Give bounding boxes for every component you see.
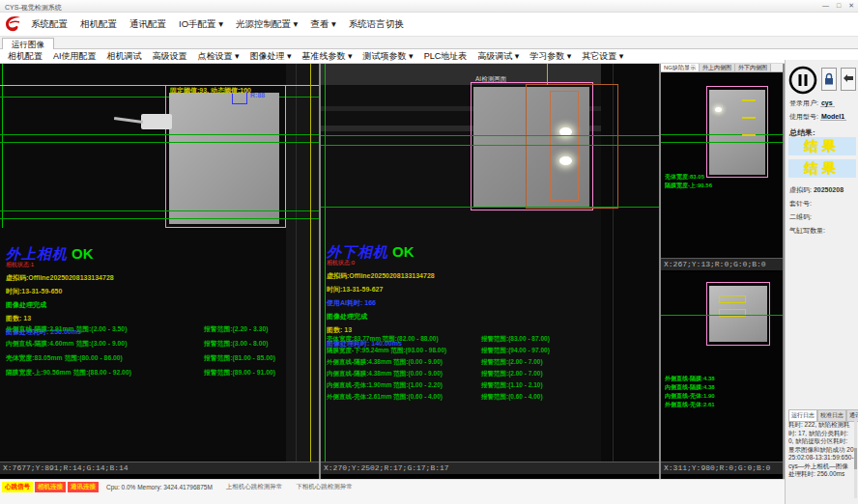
tab-lower-inner-view[interactable]: 外下内侧图 [735,64,771,71]
small-top-viewport[interactable]: 壳体宽度:83.05 隔膜宽度-上:90.56 [661,72,783,258]
left-coordinate-bar: X:7677;Y:891;R:14;G:14;B:14 [0,462,319,474]
measure-main: 外侧直线-壳体:2.61mm 范围:(0.60 - 4.00) [327,393,443,400]
ai-overlay-text: AI检测画面 [475,75,506,84]
measurement-row: 内侧直线-隔膜:4.60mm 范围:(3.00 - 9.00) 报警范围:(3.… [6,339,315,349]
measure-alarm: 报警范围:(83.00 - 87.00) [481,335,550,344]
log-scrollbar-thumb[interactable] [854,448,857,469]
comm-connection-badge: 通讯连接 [68,482,99,492]
control-panel: 登录用户: cys 使用型号: Model1 总结果: 结果 结果 虚拟码: 2… [785,60,858,504]
measure-main: 壳体宽度:83.77mm 范围:(82.00 - 88.00) [327,335,439,342]
measurement-row: 内侧直线-壳体:1.90mm 范围:(1.00 - 2.20) 报警范围:(1.… [327,381,655,390]
green-measure-line [321,135,659,136]
measurement-row: 壳体宽度:83.77mm 范围:(82.00 - 88.00) 报警范围:(83… [327,335,655,344]
lock-button[interactable] [821,68,837,91]
measurement-row: 隔膜宽度-上:90.56mm 范围:(88.00 - 92.00) 报警范围:(… [6,368,315,378]
virtual-code: 虚拟码:Offline20250208133134728 [6,273,114,283]
connector-tab [141,114,172,129]
left-camera-viewport[interactable]: R:88 固定阈值:93, 动态阈值:100 外上相机OK 相机状态:1 虚拟码… [0,64,319,462]
menu-view[interactable]: 查看 ▾ [310,18,335,31]
menu-language-switch[interactable]: 系统语言切换 [349,18,404,31]
tool-camera-debug[interactable]: 相机调试 [107,50,142,63]
measure-alarm: 报警范围:(81.00 - 85.00) [204,353,275,363]
vcode-row: 虚拟码: 20250208 [789,185,844,195]
tool-spot-check[interactable]: 点检设置 ▾ [198,50,240,63]
model-value[interactable]: Model1 [820,113,846,121]
ai-elapsed: 使用AI耗时: 166 [327,298,435,308]
process-done: 图像处理完成 [327,312,435,322]
threshold-overlay-text: 固定阈值:93, 动态阈值:100 [170,86,251,96]
login-user-label: 登录用户: [789,99,818,106]
menu-light-config[interactable]: 光源控制配置 ▾ [236,18,298,31]
yellow-mark [742,134,756,136]
camera-name: 外下相机 [327,243,388,260]
log-scrollbar[interactable] [854,421,857,498]
measure-alarm: 报警范围:(1.10 - 2.10) [481,381,543,390]
back-arrow-icon [843,73,854,85]
mid-result-block: 外下相机OK 相机状态:0 虚拟码:Offline202502081331347… [327,243,435,349]
measure-alarm: 报警范围:(0.60 - 4.00) [481,393,543,402]
camera-name: 外上相机 [6,245,68,262]
tab-upper-inner-view[interactable]: 外上内侧图 [700,64,735,71]
tool-baseline-params[interactable]: 基准线参数 ▾ [302,50,353,63]
green-measure-line [0,142,319,143]
tool-advanced-settings[interactable]: 高级设置 [153,50,187,63]
tool-test-params[interactable]: 测试项参数 ▾ [363,50,414,63]
login-user-value[interactable]: cys [820,99,835,107]
orange-roi-rect-inner [550,91,579,201]
measurement-row: 外侧直线-隔膜:2.91mm 范围:(2.00 - 3.50) 报警范围:(2.… [6,324,315,334]
measurement-row: 外侧直线-壳体:2.61mm 范围:(0.60 - 4.00) 报警范围:(0.… [327,393,655,402]
measure-alarm: 报警范围:(3.00 - 8.00) [204,339,268,349]
yellow-mark [742,99,756,101]
weld-highlight [559,156,572,165]
tab-ng-display[interactable]: NG缺陷显示 [661,64,700,71]
green-measure-line [0,218,319,219]
pause-button[interactable] [787,65,818,96]
yellow-guide-vline [310,64,311,462]
model-label: 使用型号: [789,113,818,120]
measure-alarm: 报警范围:(94.00 - 97.00) [481,347,550,355]
mini-readout: 壳体宽度:83.05 [665,173,704,182]
measure-main: 隔膜宽度-上:90.56mm 范围:(88.00 - 92.00) [6,369,131,376]
tool-camera-config[interactable]: 相机配置 [8,50,43,63]
green-measure-line [0,134,319,135]
small-bottom-viewport[interactable]: 外侧直线-隔膜:4.38 内侧直线-隔膜:4.38 内侧直线-壳体:1.90 外… [661,272,783,462]
upper-camera-warning: 上相机心跳检测异常 [226,483,283,491]
measure-main: 外侧直线-隔膜:2.91mm 范围:(2.00 - 3.50) [6,325,127,332]
ok-verdict: OK [72,245,94,262]
tool-learning-params[interactable]: 学习参数 ▾ [529,50,571,63]
app-window: CYS-视觉检测系统 — □ ✕ 系统配置 相机配置 通讯配置 IO手配置 ▾ … [0,0,858,504]
back-button[interactable] [841,68,856,91]
log-text-area[interactable]: 耗时: 222, 缺陷检测耗时: 17, 缺陷分类耗时: 0, 缺陷提取分区耗时… [788,421,854,498]
lower-camera-warning: 下相机心跳检测异常 [296,483,353,491]
tab-strip: 运行图像 [0,37,858,49]
green-measure-line [661,142,783,143]
tool-advanced-debug[interactable]: 高级调试 ▾ [477,50,519,63]
maximize-icon[interactable]: □ [837,2,841,10]
pink-roi-rect [706,86,768,178]
result-box-lower: 结果 [788,159,856,178]
measure-alarm: 报警范围:(2.00 - 7.00) [481,370,543,378]
measure-main: 壳体宽度:83.05mm 范围:(80.00 - 86.00) [6,354,123,361]
tool-image-process[interactable]: 图像处理 ▾ [250,50,292,63]
mini-readout: 外侧直线-隔膜:4.38 [665,375,715,383]
menu-io-config[interactable]: IO手配置 ▾ [179,18,223,31]
measure-main: 内侧直线-隔膜:4.38mm 范围:(0.00 - 9.00) [327,370,443,377]
tool-ai-config[interactable]: AI使用配置 [53,50,97,63]
menu-camera-config[interactable]: 相机配置 [80,18,117,31]
close-icon[interactable]: ✕ [848,2,854,10]
measure-alarm: 报警范围:(2.20 - 3.30) [204,324,268,334]
mini-readout: 隔膜宽度-上:90.56 [665,182,712,190]
minimize-icon[interactable]: — [822,2,829,10]
model-row: 使用型号: Model1 [789,112,846,122]
tab-run-image[interactable]: 运行图像 [2,38,54,49]
tool-other-settings[interactable]: 其它设置 ▾ [582,50,623,63]
green-measure-line [661,134,783,135]
menu-comm-config[interactable]: 通讯配置 [129,18,166,31]
pink-roi-rect [165,85,286,228]
login-user-row: 登录用户: cys [789,98,835,108]
menu-system-config[interactable]: 系统配置 [31,18,68,31]
tool-plc-address[interactable]: PLC地址表 [424,50,468,63]
measure-main: 外侧直线-隔膜:4.38mm 范围:(0.00 - 9.00) [327,358,443,365]
mid-camera-viewport[interactable]: AI检测画面 外下相机OK 相机状态:0 虚拟码:Offline20250208… [321,64,659,462]
green-measure-line [321,145,659,146]
